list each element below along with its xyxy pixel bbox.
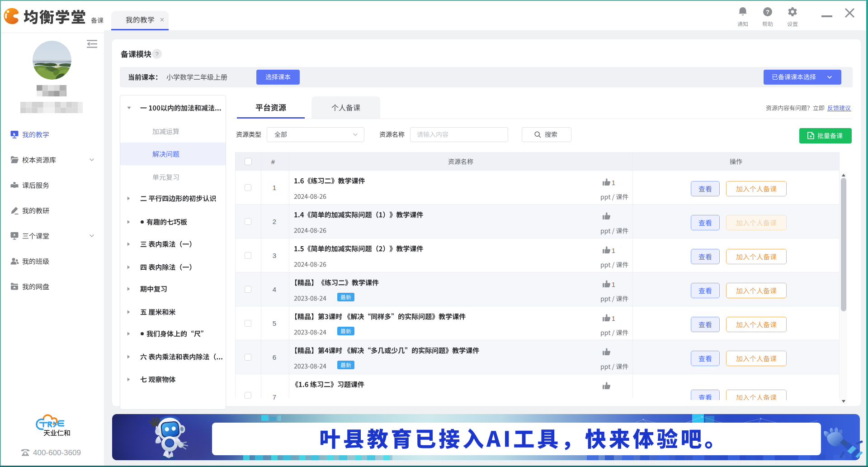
svg-text:?: ? xyxy=(155,51,158,57)
svg-text:?: ? xyxy=(766,9,769,15)
